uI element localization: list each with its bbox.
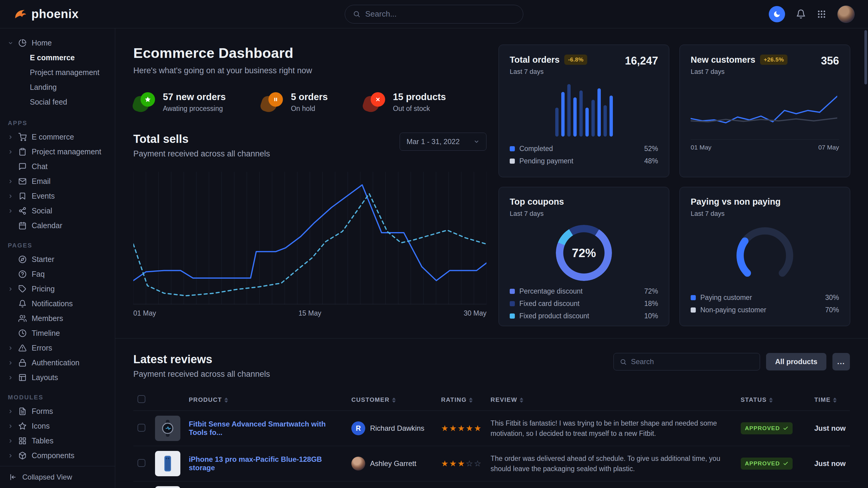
- order-bar: [574, 97, 577, 137]
- sidebar-item-faq[interactable]: Faq: [0, 267, 115, 282]
- date-range-select[interactable]: Mar 1 - 31, 2022: [400, 133, 487, 151]
- brand[interactable]: phoenix: [13, 7, 79, 21]
- star-icon: ★: [474, 424, 482, 433]
- stat-caption: Awating processing: [163, 105, 226, 113]
- new-customers-x-axis: 01 May 07 May: [691, 139, 839, 151]
- apps-grid-button[interactable]: [817, 9, 826, 19]
- sidebar-item-e-commerce[interactable]: E commerce: [0, 130, 115, 144]
- product-link[interactable]: Fitbit Sense Advanced Smartwatch with To…: [189, 420, 326, 436]
- customer-avatar: [351, 457, 365, 470]
- sidebar-subitem-landing[interactable]: Landing: [0, 80, 115, 95]
- x-tick: 30 May: [464, 309, 487, 317]
- x-icon: [375, 97, 381, 102]
- user-avatar[interactable]: [837, 5, 855, 23]
- scrollbar-thumb[interactable]: [864, 30, 867, 85]
- global-search[interactable]: [345, 5, 523, 24]
- theme-toggle-button[interactable]: [769, 6, 785, 22]
- caret-right-icon: [8, 149, 13, 155]
- search-input[interactable]: [365, 9, 515, 19]
- sidebar-item-home[interactable]: Home: [0, 36, 115, 50]
- card-title: Paying vs non paying: [691, 197, 780, 207]
- row-checkbox[interactable]: [137, 459, 145, 467]
- chevron-down-icon: [473, 139, 479, 145]
- caret-right-icon: [8, 360, 13, 366]
- bell-icon: [796, 9, 806, 19]
- total-sells-x-axis: 01 May 15 May 30 May: [133, 309, 487, 317]
- select-all-checkbox[interactable]: [137, 395, 145, 403]
- star-icon: ★: [441, 459, 450, 468]
- components-icon: [19, 452, 27, 460]
- calendar-icon: [19, 222, 27, 230]
- column-header-status[interactable]: Status: [737, 389, 810, 411]
- stat-value: 5 orders: [291, 92, 328, 102]
- legend-label: Fixed product discount: [519, 312, 589, 320]
- column-header-product[interactable]: Product: [185, 389, 347, 411]
- card-period: Last 7 days: [510, 210, 564, 218]
- caret-right-icon: [8, 409, 13, 414]
- collapsed-view-toggle[interactable]: Collapsed View: [0, 466, 115, 488]
- sidebar-item-chat[interactable]: Chat: [0, 159, 115, 174]
- card-period: Last 7 days: [691, 210, 780, 218]
- legend-item: Fixed card discount 18%: [510, 297, 658, 310]
- more-options-button[interactable]: ...: [832, 353, 850, 370]
- legend-item: Pending payment 48%: [510, 155, 658, 167]
- moon-icon: [773, 10, 781, 18]
- rating-stars: ★★★★★: [437, 411, 487, 446]
- sidebar-item-icons[interactable]: Icons: [0, 419, 115, 433]
- all-products-button[interactable]: All products: [766, 353, 826, 370]
- sidebar-item-starter[interactable]: Starter: [0, 252, 115, 267]
- smartwatch-image: [159, 419, 177, 437]
- sidebar-subitem-e-commerce[interactable]: E commerce: [0, 50, 115, 65]
- table-header-row: Product Customer Rating Review Status Ti…: [133, 389, 850, 411]
- caret-right-icon: [8, 286, 13, 292]
- caret-right-icon: [8, 179, 13, 184]
- reviews-search-input[interactable]: [631, 357, 754, 366]
- reviews-search[interactable]: [614, 353, 760, 370]
- legend-item: Percentage discount 72%: [510, 285, 658, 297]
- total-sells-title: Total sells: [133, 133, 270, 145]
- legend-value: 70%: [825, 306, 839, 314]
- star-icon: ★: [450, 459, 458, 468]
- notifications-button[interactable]: [796, 9, 806, 19]
- legend-value: 52%: [644, 145, 658, 153]
- sidebar-item-calendar[interactable]: Calendar: [0, 218, 115, 233]
- total-orders-bar-chart: [555, 84, 613, 136]
- brand-name: phoenix: [31, 7, 79, 21]
- search-icon: [620, 358, 627, 365]
- sidebar-item-tables[interactable]: Tables: [0, 433, 115, 448]
- legend-value: 18%: [644, 300, 658, 308]
- sidebar-item-project-management[interactable]: Project management: [0, 144, 115, 159]
- sidebar-item-timeline[interactable]: Timeline: [0, 326, 115, 340]
- sidebar-subitem-social-feed[interactable]: Social feed: [0, 95, 115, 109]
- column-header-customer[interactable]: Customer: [347, 389, 437, 411]
- reviews-table: Product Customer Rating Review Status Ti…: [133, 389, 850, 488]
- sidebar-item-components[interactable]: Components: [0, 448, 115, 463]
- sidebar-item-authentication[interactable]: Authentication: [0, 355, 115, 370]
- legend-value: 72%: [644, 287, 658, 295]
- sidebar-subitem-project-management[interactable]: Project management: [0, 65, 115, 80]
- caret-down-icon: [8, 40, 13, 46]
- column-header-rating[interactable]: Rating: [437, 389, 487, 411]
- sidebar-item-events[interactable]: Events: [0, 189, 115, 203]
- sidebar-item-members[interactable]: Members: [0, 311, 115, 326]
- stat-on-hold: 5 orders On hold: [261, 92, 328, 113]
- new-customers-chart: [691, 85, 839, 137]
- sidebar-item-forms[interactable]: Forms: [0, 404, 115, 419]
- select-all-header[interactable]: [133, 389, 151, 411]
- sidebar-item-layouts[interactable]: Layouts: [0, 370, 115, 385]
- product-image: [155, 486, 180, 488]
- customer-avatar: R: [351, 421, 365, 435]
- sidebar-item-social[interactable]: Social: [0, 203, 115, 218]
- reviews-controls: All products ...: [614, 353, 850, 370]
- stat-new-orders: 57 new orders Awating processing: [133, 92, 226, 113]
- mail-icon: [19, 177, 27, 185]
- sidebar-item-email[interactable]: Email: [0, 174, 115, 189]
- column-header-time[interactable]: Time: [810, 389, 850, 411]
- product-link[interactable]: iPhone 13 pro max-Pacific Blue-128GB sto…: [189, 455, 322, 472]
- row-checkbox[interactable]: [137, 424, 145, 432]
- main-content: Ecommerce Dashboard Here's what's going …: [115, 28, 868, 488]
- sidebar-item-errors[interactable]: Errors: [0, 340, 115, 355]
- sidebar-item-pricing[interactable]: Pricing: [0, 282, 115, 296]
- sidebar-item-notifications[interactable]: Notifications: [0, 296, 115, 311]
- column-header-review[interactable]: Review: [487, 389, 737, 411]
